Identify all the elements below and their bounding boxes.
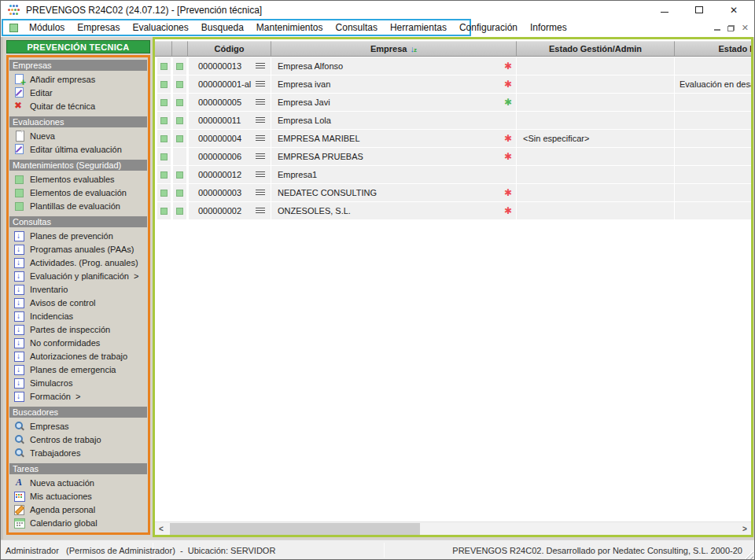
menu-item-informes[interactable]: Informes [524, 22, 573, 33]
sidebar-item-label: Nueva actuación [30, 478, 94, 488]
horizontal-scrollbar[interactable]: < > [155, 521, 751, 535]
green-square-icon [14, 201, 24, 211]
sidebar-item-actividades-prog-anuales[interactable]: Actividades. (Prog. anuales) [9, 256, 148, 269]
sidebar-item-no-conformidades[interactable]: No conformidades [9, 336, 148, 349]
row-menu-icon[interactable] [256, 190, 265, 195]
cell-estado-prev [675, 94, 751, 111]
table-row[interactable]: 000000012Empresa1 [155, 166, 751, 183]
mdi-minimize-icon[interactable] [714, 29, 720, 31]
mdi-close-icon[interactable]: ✕ [742, 24, 749, 32]
sidebar-item-centros-de-trabajo[interactable]: Centros de trabajo [9, 433, 148, 446]
header-col-status2[interactable] [172, 41, 188, 57]
cell-status1 [157, 94, 171, 111]
sidebar-item-calendario-global[interactable]: Calendario global [9, 516, 148, 529]
minimize-button[interactable] [647, 1, 682, 19]
cell-codigo: 000000013 [189, 57, 271, 75]
row-menu-icon[interactable] [256, 171, 265, 177]
header-col-estado-admin[interactable]: Estado Gestión/Admin [517, 41, 675, 57]
table-row[interactable]: 000000002ONZESOLES, S.L.✱ [155, 202, 751, 219]
cell-estado-admin [517, 166, 674, 183]
header-col-estado-prev[interactable]: Estado P [675, 41, 751, 57]
empresa-value: EMPRESA MARIBEL [278, 134, 360, 143]
row-menu-icon[interactable] [256, 117, 265, 123]
cell-empresa: EMPRESA PRUEBAS✱ [271, 148, 516, 165]
sidebar-item-planes-de-prevencion[interactable]: Planes de prevención [9, 229, 148, 242]
mdi-restore-icon[interactable] [727, 25, 735, 31]
menu-item-busqueda[interactable]: Busqueda [195, 22, 250, 33]
table-row[interactable]: 000000004EMPRESA MARIBEL✱<Sin especifica… [155, 130, 751, 147]
table-row[interactable]: 000000003NEDATEC CONSULTING✱ [155, 184, 751, 201]
sidebar-item-quitar-de-tecnica[interactable]: Quitar de técnica [9, 99, 148, 112]
menu-item-empresas[interactable]: Empresas [71, 22, 126, 33]
table-row[interactable]: 000000013Empresa Alfonso✱ [155, 57, 751, 75]
green-square-icon [14, 187, 24, 197]
row-menu-icon[interactable] [256, 208, 265, 213]
row-menu-icon[interactable] [256, 63, 265, 68]
table-row[interactable]: 000000001-alEmpresa ivan✱Evaluación en d… [155, 76, 751, 93]
sidebar-item-evaluacion-y-planificacion[interactable]: Evaluación y planificación > [9, 269, 148, 282]
module-icon[interactable] [9, 24, 18, 32]
sidebar-item-editar[interactable]: Editar [9, 86, 148, 99]
sidebar-item-label: Añadir empresas [30, 75, 95, 84]
menu-item-evaluaciones[interactable]: Evaluaciones [126, 22, 194, 33]
row-menu-icon[interactable] [256, 135, 265, 141]
sidebar-item-inventario[interactable]: Inventario [9, 282, 148, 296]
sidebar-item-planes-de-emergencia[interactable]: Planes de emergencia [9, 363, 148, 376]
report-icon [14, 311, 24, 321]
sidebar-item-anadir-empresas[interactable]: Añadir empresas [9, 72, 148, 86]
row-menu-icon[interactable] [256, 81, 265, 87]
scroll-left-icon[interactable]: < [155, 522, 168, 535]
menu-item-modulos[interactable]: Módulos [23, 22, 71, 33]
sidebar-item-elementos-de-evaluacion[interactable]: Elementos de evaluación [9, 186, 148, 199]
menu-item-configuracion[interactable]: Configuración [453, 22, 524, 33]
menu-item-consultas[interactable]: Consultas [330, 22, 384, 33]
sidebar-item-editar-ultima-evaluacion[interactable]: Editar última evaluación [9, 142, 148, 156]
menu-item-mantenimientos[interactable]: Mantenimientos [250, 22, 330, 33]
section-header-buscadores: Buscadores [9, 407, 147, 418]
sidebar-item-label: Planes de emergencia [30, 365, 116, 374]
sidebar-item-label: Empresas [30, 422, 69, 431]
sidebar-item-incidencias[interactable]: Incidencias [9, 309, 148, 322]
sidebar-item-nueva-actuacion[interactable]: Nueva actuación [9, 476, 148, 489]
sidebar-item-label: Incidencias [30, 311, 73, 321]
codigo-value: 000000004 [198, 134, 241, 143]
close-button[interactable]: ✕ [716, 1, 751, 19]
sidebar-item-formacion[interactable]: Formación > [9, 389, 148, 403]
sidebar-item-plantillas-de-evaluacion[interactable]: Plantillas de evaluación [9, 199, 148, 212]
sidebar-item-partes-de-inspeccion[interactable]: Partes de inspección [9, 322, 148, 336]
sidebar-item-trabajadores[interactable]: Trabajadores [9, 446, 148, 459]
header-col-codigo[interactable]: Código [188, 41, 271, 57]
cell-estado-admin [517, 76, 674, 93]
scrollbar-thumb[interactable] [170, 523, 420, 535]
cell-empresa: Empresa1 [271, 166, 516, 183]
maximize-button[interactable] [682, 1, 716, 19]
table-row[interactable]: 000000011Empresa Lola [155, 112, 751, 129]
table-row[interactable]: 000000006EMPRESA PRUEBAS✱ [155, 148, 751, 165]
sidebar-item-nueva[interactable]: Nueva [9, 129, 148, 142]
sidebar-item-elementos-evaluables[interactable]: Elementos evaluables [9, 172, 148, 186]
header-col-status1[interactable] [155, 41, 172, 57]
scroll-right-icon[interactable]: > [738, 522, 751, 535]
cell-status2 [173, 148, 186, 165]
green-square-icon [176, 81, 183, 88]
table-row[interactable]: 000000005Empresa Javi✱ [155, 94, 751, 111]
sidebar-item-label: No conformidades [30, 338, 100, 348]
sidebar-item-simulacros[interactable]: Simulacros [9, 376, 148, 389]
report-icon [14, 284, 24, 294]
green-square-icon [14, 174, 24, 184]
search-icon [14, 434, 24, 444]
sidebar-item-autorizaciones-de-trabajo[interactable]: Autorizaciones de trabajo [9, 349, 148, 363]
sidebar-item-agenda-personal[interactable]: Agenda personal [9, 503, 148, 516]
sidebar-item-empresas[interactable]: Empresas [9, 419, 148, 433]
header-col-empresa[interactable]: Empresa ↓ z [271, 41, 517, 57]
header-empresa-label: Empresa [370, 44, 407, 53]
menu-items: MódulosEmpresasEvaluacionesBusquedaMante… [23, 22, 573, 33]
sidebar-item-avisos-de-control[interactable]: Avisos de control [9, 296, 148, 309]
row-menu-icon[interactable] [256, 153, 265, 159]
menu-item-herramientas[interactable]: Herramientas [384, 22, 453, 33]
row-menu-icon[interactable] [256, 99, 265, 105]
sidebar-item-programas-anuales-paas[interactable]: Programas anuales (PAAs) [9, 242, 148, 256]
resize-grip[interactable] [743, 549, 753, 559]
red-asterisk-icon: ✱ [504, 148, 512, 165]
sidebar-item-mis-actuaciones[interactable]: Mis actuaciones [9, 489, 148, 503]
